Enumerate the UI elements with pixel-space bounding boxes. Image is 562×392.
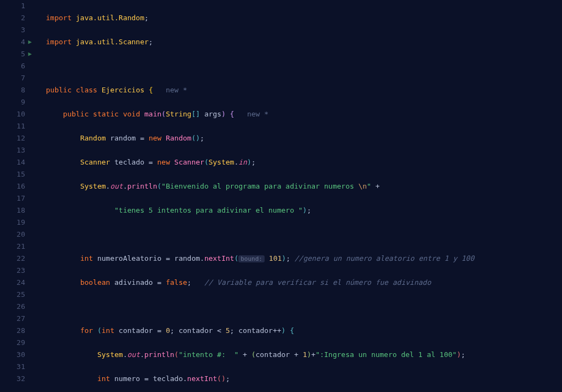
line-number: 6 xyxy=(0,60,25,72)
line-number: 16 xyxy=(0,180,25,192)
line-number: 13 xyxy=(0,144,25,156)
line-number: 15 xyxy=(0,168,25,180)
code-line[interactable]: int numero = teclado.nextInt(); xyxy=(46,373,562,385)
code-line[interactable]: Random random = new Random(); xyxy=(46,132,562,144)
line-number: 25 xyxy=(0,289,25,301)
line-number: 7 xyxy=(0,72,25,84)
code-line[interactable]: import java.util.Random; xyxy=(46,12,562,24)
code-line[interactable] xyxy=(46,60,562,72)
line-number: 14 xyxy=(0,156,25,168)
line-number: 4 xyxy=(0,36,25,48)
line-number: 17 xyxy=(0,192,25,204)
code-line[interactable]: System.out.println("Bienvenido al progra… xyxy=(46,180,562,192)
line-number: 11 xyxy=(0,120,25,132)
line-number: 23 xyxy=(0,265,25,277)
code-area[interactable]: import java.util.Random; import java.uti… xyxy=(33,0,562,392)
code-line[interactable]: public class Ejercicios { new * xyxy=(46,84,562,96)
line-number: 24 xyxy=(0,277,25,289)
line-number: 32 xyxy=(0,373,25,385)
line-number: 2 xyxy=(0,12,25,24)
line-number: 30 xyxy=(0,349,25,361)
code-line[interactable]: import java.util.Scanner; xyxy=(46,36,562,48)
line-number: 22 xyxy=(0,253,25,265)
parameter-hint: bound: xyxy=(238,255,265,262)
code-editor[interactable]: 1 2 3 4 5 6 7 8 9 10 11 12 13 14 15 16 1… xyxy=(0,0,562,392)
line-number: 21 xyxy=(0,241,25,253)
line-number: 8 xyxy=(0,84,25,96)
code-line[interactable]: for (int contador = 0; contador < 5; con… xyxy=(46,325,562,337)
code-line[interactable]: boolean adivinado = false; // Variable p… xyxy=(46,277,562,289)
code-line[interactable]: int numeroAleatorio = random.nextInt(bou… xyxy=(46,253,562,265)
code-line[interactable] xyxy=(46,229,562,241)
code-line[interactable]: public static void main(String[] args) {… xyxy=(46,108,562,120)
line-number: 19 xyxy=(0,217,25,229)
line-number: 10 xyxy=(0,108,25,120)
line-number: 5 xyxy=(0,48,25,60)
line-number: 27 xyxy=(0,313,25,325)
line-number: 3 xyxy=(0,24,25,36)
line-number: 12 xyxy=(0,132,25,144)
line-number: 20 xyxy=(0,229,25,241)
code-line[interactable]: Scanner teclado = new Scanner(System.in)… xyxy=(46,156,562,168)
line-number: 29 xyxy=(0,337,25,349)
line-number: 9 xyxy=(0,96,25,108)
code-line[interactable] xyxy=(46,301,562,313)
line-number-gutter: 1 2 3 4 5 6 7 8 9 10 11 12 13 14 15 16 1… xyxy=(0,0,33,392)
code-line[interactable]: "tienes 5 intentos para adivinar el nume… xyxy=(46,204,562,217)
line-number: 28 xyxy=(0,325,25,337)
line-number: 18 xyxy=(0,204,25,217)
code-line[interactable]: System.out.println("intento #: " + (cont… xyxy=(46,349,562,361)
line-number: 1 xyxy=(0,0,25,12)
line-number: 31 xyxy=(0,361,25,373)
line-number: 26 xyxy=(0,301,25,313)
